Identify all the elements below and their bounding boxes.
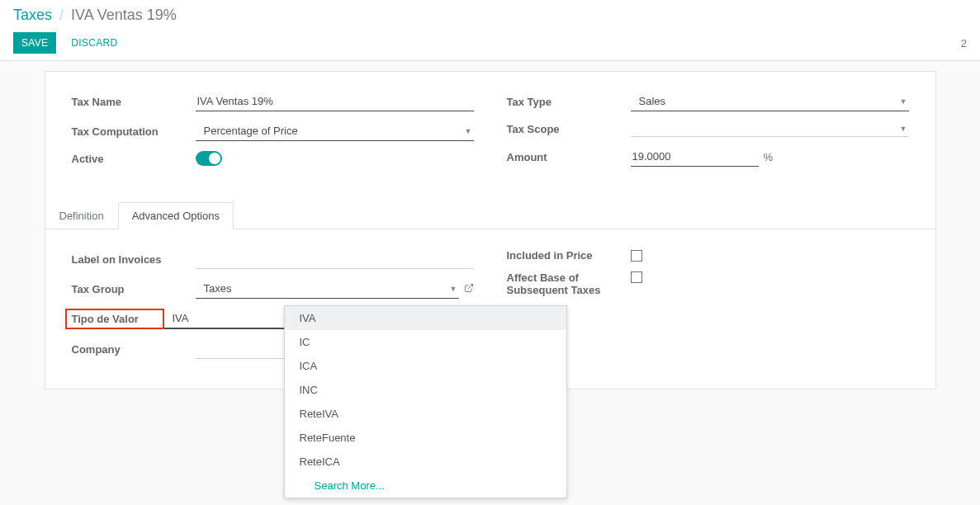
included-price-label: Included in Price [507,249,631,262]
form-sheet: Tax Name Tax Computation Percentage of P… [45,71,936,389]
tax-computation-label: Tax Computation [72,125,196,138]
dropdown-option[interactable]: ReteIVA [285,402,566,426]
caret-down-icon: ▼ [900,97,907,106]
caret-down-icon: ▼ [465,127,472,135]
tax-type-select[interactable]: Sales ▼ [631,92,909,111]
tab-definition[interactable]: Definition [45,202,118,229]
included-price-checkbox[interactable] [631,250,642,262]
dropdown-option[interactable]: IC [285,330,566,354]
tab-advanced-options[interactable]: Advanced Options [118,202,234,229]
tax-computation-select[interactable]: Percentage of Price ▼ [196,121,474,141]
tipo-valor-value: IVA [173,312,189,324]
tax-type-value: Sales [639,95,666,107]
affect-base-label: Affect Base of Subsequent Taxes [507,271,631,296]
tax-group-value: Taxes [204,282,232,295]
label-invoices-label: Label on Invoices [72,253,196,266]
tax-computation-value: Percentage of Price [204,125,298,137]
tax-type-label: Tax Type [507,96,631,108]
breadcrumb-sep: / [56,7,67,23]
dropdown-option[interactable]: ReteICA [285,450,566,474]
dropdown-option[interactable]: IVA [285,306,566,330]
record-count: 2 [961,37,967,50]
dropdown-search-more[interactable]: Search More... [285,474,566,498]
tipo-valor-dropdown: IVA IC ICA INC ReteIVA ReteFuente ReteIC… [284,305,567,498]
tax-name-input[interactable] [196,92,474,111]
discard-button[interactable]: DISCARD [63,32,125,54]
amount-suffix: % [764,151,774,163]
caret-down-icon: ▼ [900,125,907,133]
label-invoices-input[interactable] [196,249,474,269]
breadcrumb-current: IVA Ventas 19% [71,7,177,23]
save-button[interactable]: SAVE [13,32,56,54]
dropdown-option[interactable]: ReteFuente [285,426,566,450]
breadcrumb: Taxes / IVA Ventas 19% [13,7,967,24]
caret-down-icon: ▼ [450,285,457,293]
amount-input[interactable] [631,147,759,167]
dropdown-option[interactable]: ICA [285,354,566,378]
tax-group-select[interactable]: Taxes ▼ [196,279,459,299]
tax-scope-select[interactable]: ▼ [631,121,909,137]
tax-group-label: Tax Group [72,283,196,295]
svg-line-0 [468,284,473,289]
active-toggle[interactable] [196,151,222,166]
dropdown-option[interactable]: INC [285,378,566,402]
tax-name-label: Tax Name [72,96,196,108]
active-label: Active [72,153,196,165]
tipo-valor-label: Tipo de Valor [65,309,164,329]
tax-scope-label: Tax Scope [507,123,631,135]
breadcrumb-root[interactable]: Taxes [13,7,52,23]
external-link-icon[interactable] [464,283,474,295]
amount-label: Amount [507,151,631,163]
company-label: Company [72,343,196,356]
affect-base-checkbox[interactable] [631,271,642,283]
